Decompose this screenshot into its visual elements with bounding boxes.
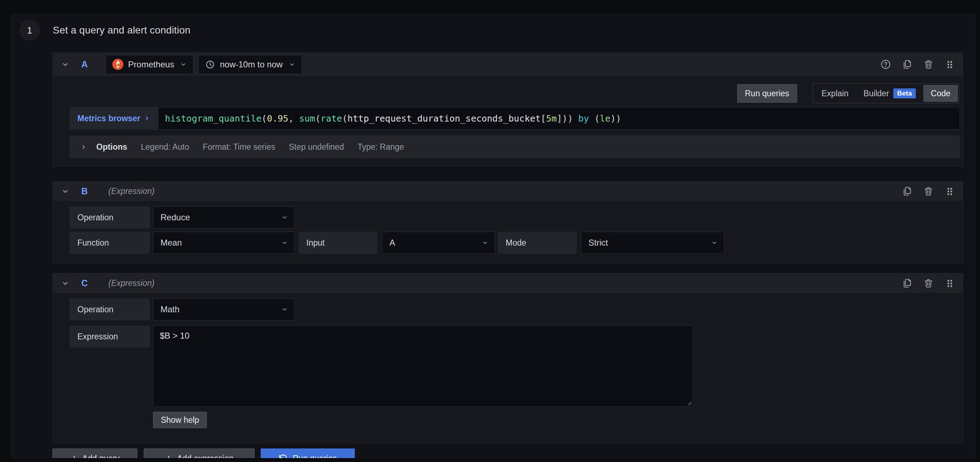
tab-code[interactable]: Code	[923, 85, 958, 102]
delete-query-icon[interactable]	[922, 59, 934, 71]
expression-ref-id: B	[81, 186, 88, 197]
chevron-down-icon	[282, 240, 288, 246]
promql-query-text: histogram_quantile(0.95, sum(rate(http_r…	[165, 113, 621, 124]
operation-value: Math	[161, 305, 180, 314]
step-header: 1 Set a query and alert condition	[19, 20, 191, 41]
query-panel-a: A Prometheus now-10m to now	[52, 52, 963, 167]
datasource-picker[interactable]: Prometheus	[105, 55, 193, 74]
duplicate-query-icon[interactable]	[901, 59, 913, 71]
options-type: Type: Range	[357, 142, 404, 152]
bottom-page-edge	[0, 458, 980, 462]
operation-select[interactable]: Reduce	[153, 206, 294, 229]
chevron-down-icon	[282, 214, 288, 221]
promql-query-input[interactable]: histogram_quantile(0.95, sum(rate(http_r…	[158, 107, 960, 130]
chevron-right-icon	[144, 115, 150, 122]
step-number-badge: 1	[19, 20, 40, 41]
operation-label: Operation	[70, 206, 150, 229]
expression-row: Expression	[70, 325, 150, 348]
tab-builder-label: Builder	[863, 89, 889, 98]
tab-builder[interactable]: Builder Beta	[856, 85, 923, 102]
run-queries-button[interactable]: Run queries	[737, 84, 797, 103]
chevron-down-icon	[711, 240, 718, 246]
alert-rule-query-step: 1 Set a query and alert condition A Pro	[0, 0, 980, 462]
drag-handle-icon[interactable]	[943, 59, 956, 71]
duplicate-expression-icon[interactable]	[901, 277, 913, 289]
expression-ref-id: C	[81, 278, 88, 288]
tab-explain-label: Explain	[822, 89, 848, 98]
step-number: 1	[27, 25, 32, 36]
options-label: Options	[96, 142, 127, 152]
chevron-right-icon	[80, 144, 87, 151]
time-range-value: now-10m to now	[220, 60, 282, 70]
query-a-toolbar: Run queries Explain Builder Beta Code	[737, 83, 959, 103]
tab-explain[interactable]: Explain	[814, 85, 856, 102]
chevron-down-icon	[282, 306, 288, 313]
operation-value: Reduce	[161, 213, 190, 222]
expression-panel-c: C (Expression) Operation Math	[52, 273, 963, 443]
operation-select[interactable]: Math	[153, 298, 294, 321]
drag-handle-icon[interactable]	[943, 277, 956, 289]
chevron-down-icon	[289, 61, 295, 68]
clock-icon	[205, 60, 215, 70]
input-label: Input	[299, 232, 377, 254]
editor-mode-toggle: Explain Builder Beta Code	[813, 83, 959, 103]
function-select[interactable]: Mean	[153, 232, 294, 254]
expression-b-actions	[901, 186, 956, 197]
expression-b-header: B (Expression)	[53, 181, 963, 202]
chevron-down-icon	[180, 61, 186, 68]
options-toggle[interactable]: Options	[80, 142, 127, 152]
collapse-chevron-icon[interactable]	[59, 277, 71, 289]
math-expression-input[interactable]: $B > 10	[153, 325, 693, 407]
query-options-row: Options Legend: Auto Format: Time series…	[70, 135, 960, 158]
metrics-browser-button[interactable]: Metrics browser	[70, 107, 158, 130]
time-range-picker[interactable]: now-10m to now	[198, 55, 302, 74]
expression-c-header: C (Expression)	[53, 273, 963, 294]
chevron-down-icon	[482, 240, 488, 246]
promql-editor-row: Metrics browser histogram_quantile(0.95,…	[70, 107, 960, 130]
operation-label: Operation	[70, 298, 150, 321]
prometheus-logo-icon	[112, 59, 123, 70]
reduce-settings-row: Function Mean Input A Mode Strict	[70, 232, 724, 254]
show-help-button[interactable]: Show help	[153, 412, 207, 428]
collapse-chevron-icon[interactable]	[59, 186, 71, 197]
drag-handle-icon[interactable]	[943, 186, 956, 197]
expression-kind-label: (Expression)	[108, 278, 154, 288]
query-a-header: A Prometheus now-10m to now	[53, 53, 963, 76]
beta-badge: Beta	[893, 88, 916, 99]
delete-expression-icon[interactable]	[922, 277, 934, 289]
function-value: Mean	[161, 238, 182, 248]
page-title: Set a query and alert condition	[53, 25, 191, 36]
collapse-chevron-icon[interactable]	[59, 59, 71, 71]
expression-c-actions	[901, 277, 956, 289]
function-label: Function	[70, 232, 150, 254]
expression-kind-label: (Expression)	[108, 186, 154, 196]
query-a-actions	[880, 59, 956, 71]
datasource-name: Prometheus	[128, 60, 174, 70]
mode-value: Strict	[589, 238, 608, 248]
operation-row: Operation Reduce	[70, 206, 294, 229]
operation-row: Operation Math	[70, 298, 294, 321]
input-value: A	[390, 238, 395, 248]
tab-code-label: Code	[931, 89, 950, 98]
mode-label: Mode	[498, 232, 577, 254]
mode-select[interactable]: Strict	[581, 232, 724, 254]
query-ref-id: A	[81, 59, 88, 70]
duplicate-expression-icon[interactable]	[901, 186, 913, 197]
delete-expression-icon[interactable]	[922, 186, 934, 197]
options-legend: Legend: Auto	[141, 142, 189, 152]
metrics-browser-label: Metrics browser	[77, 114, 140, 123]
input-select[interactable]: A	[382, 232, 495, 254]
options-format: Format: Time series	[202, 142, 275, 152]
expression-label: Expression	[70, 325, 150, 348]
help-icon[interactable]	[880, 59, 892, 71]
expression-panel-b: B (Expression) Operation Reduce	[52, 181, 963, 264]
options-step: Step undefined	[289, 142, 344, 152]
